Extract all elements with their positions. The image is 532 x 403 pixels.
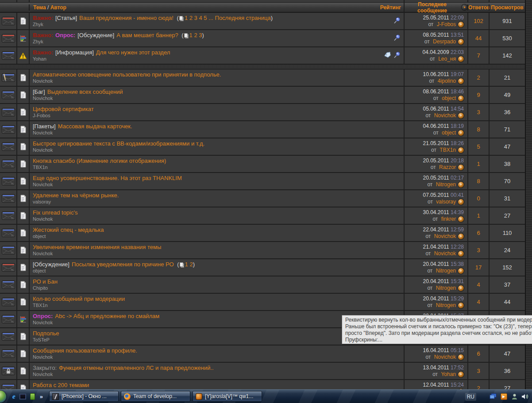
topic-title-link[interactable]: Увеличение времени изменения названия те…	[33, 244, 161, 250]
internet-explorer-icon[interactable]: e	[12, 393, 15, 400]
replies-count[interactable]: 4	[477, 281, 480, 288]
last-post-user-link[interactable]: Yohan	[441, 371, 456, 378]
header-topic-label[interactable]: Тема	[33, 4, 46, 11]
last-post-user-link[interactable]: Razzor	[439, 164, 456, 171]
header-views[interactable]: Просмотров	[489, 4, 525, 11]
topic-title-link[interactable]: РО и Бан	[33, 278, 58, 285]
volume-tray-icon[interactable]	[521, 393, 528, 400]
taskbar-button-firefox[interactable]: Team of develop...	[121, 391, 190, 402]
last-post-user-link[interactable]: Leo_ня	[438, 56, 456, 62]
last-post-user-link[interactable]: finkrer	[441, 216, 456, 223]
user-status-tray-icon[interactable]	[511, 393, 518, 400]
replies-count[interactable]: 4	[477, 299, 480, 305]
quick-launch-overflow-chevron[interactable]: »	[40, 393, 43, 400]
goto-last-post-icon[interactable]	[458, 251, 464, 257]
topic-title-link[interactable]: Еще одно усовершенствование. На этот раз…	[33, 175, 182, 181]
replies-count[interactable]: 8	[477, 178, 480, 184]
header-replies[interactable]: Ответов	[467, 4, 489, 11]
topic-title-link[interactable]: Функция отмены отправленного ЛС и пара п…	[59, 365, 214, 371]
topic-title-link[interactable]: Жестокий спец - медалька	[33, 226, 104, 233]
goto-last-post-icon[interactable]	[458, 147, 464, 153]
last-post-user-link[interactable]: valsoray	[436, 199, 456, 205]
replies-count[interactable]: 3	[477, 368, 480, 374]
replies-count[interactable]: 9	[477, 92, 480, 98]
topic-title-link[interactable]: Кол-во сообщений при модерации	[33, 296, 125, 302]
topic-title-link[interactable]: Посылка уведомления по причине РО	[72, 261, 174, 268]
goto-last-post-icon[interactable]	[458, 39, 464, 45]
replies-count[interactable]: 8	[477, 126, 480, 133]
sort-descending-icon[interactable]	[462, 4, 467, 10]
topic-title-link[interactable]: Fix unread topic's	[33, 209, 77, 216]
taskbar-button-messenger[interactable]: [Y]arosla[V]™ qw1...	[193, 391, 262, 402]
replies-count[interactable]: 1	[477, 212, 480, 219]
replies-count[interactable]: 17	[475, 264, 482, 271]
language-indicator[interactable]: RU	[465, 393, 476, 401]
goto-last-post-icon[interactable]	[458, 182, 464, 188]
replies-count[interactable]: 3	[477, 109, 480, 115]
last-post-user-link[interactable]: object	[442, 130, 456, 136]
goto-last-post-icon[interactable]	[458, 268, 464, 274]
goto-last-post-icon[interactable]	[458, 96, 464, 101]
topic-title-link[interactable]: Автоматическое оповещение пользователю п…	[33, 71, 221, 78]
header-topic-author[interactable]: Тема / Автор	[29, 4, 359, 11]
goto-last-post-icon[interactable]	[458, 199, 464, 205]
topic-title-link[interactable]: Для чего нужен этот раздел	[96, 49, 170, 56]
header-last-post[interactable]: Последнее сообщение	[404, 1, 467, 14]
goto-last-post-icon[interactable]	[458, 285, 464, 291]
last-post-user-link[interactable]: TBX1n	[439, 147, 456, 154]
topic-page-links[interactable]: 1 2 3	[189, 32, 202, 38]
goto-last-post-icon[interactable]	[458, 78, 464, 84]
topic-title-link[interactable]: Ваши предложения - именно сюда!	[79, 15, 173, 21]
last-post-user-link[interactable]: Nitrogen	[436, 302, 456, 309]
taskbar-button-phoenix[interactable]: [Phoenix] - Окно ...	[49, 391, 119, 402]
topic-title-link[interactable]: Кнопка спасибо (Изменение логики отображ…	[33, 157, 166, 164]
last-post-user-link[interactable]: Nitrogen	[436, 268, 456, 274]
start-button[interactable]	[0, 391, 6, 403]
topic-title-link[interactable]: Сообщения пользователей в профиле.	[33, 347, 137, 354]
goto-last-post-icon[interactable]	[458, 56, 464, 62]
topic-page-links[interactable]: 1 2 3 4 5 ... Последняя страница	[185, 15, 271, 21]
last-post-user-link[interactable]: Novichok	[434, 354, 456, 361]
last-post-user-link[interactable]: Novichok	[434, 112, 456, 119]
header-rating[interactable]: Рейтинг	[359, 4, 404, 11]
replies-count[interactable]: 2	[477, 74, 480, 81]
media-player-tray-icon[interactable]	[500, 393, 507, 400]
goto-last-post-icon[interactable]	[458, 22, 464, 27]
last-post-user-link[interactable]: J-Fobos	[437, 21, 456, 28]
topic-title-link[interactable]: Работа с 200 темами	[33, 382, 89, 388]
replies-count[interactable]: 1	[477, 161, 480, 167]
topic-title-link[interactable]: Массовая выдача карточек.	[58, 123, 132, 130]
display-settings-icon[interactable]	[19, 394, 26, 399]
goto-last-post-icon[interactable]	[458, 234, 464, 239]
topic-title-link[interactable]: Цифровой сертификат	[33, 106, 94, 112]
last-post-user-link[interactable]: 4ipolino	[438, 78, 456, 84]
topic-title-link[interactable]: Подполье	[33, 330, 59, 337]
goto-last-post-icon[interactable]	[458, 165, 464, 170]
goto-last-post-icon[interactable]	[458, 354, 464, 360]
replies-count[interactable]: 3	[477, 247, 480, 253]
topic-title-link[interactable]: Быстрое цитирование текста с BB-кодами/и…	[33, 140, 204, 147]
replies-count[interactable]: 6	[477, 350, 480, 357]
topic-title-link[interactable]: А вам мешает баннер?	[116, 32, 178, 38]
last-post-user-link[interactable]: Novichok	[434, 250, 456, 257]
goto-last-post-icon[interactable]	[458, 113, 464, 119]
replies-count[interactable]: 7	[477, 52, 480, 59]
header-author-label[interactable]: Автор	[50, 4, 66, 11]
last-post-user-link[interactable]: Nitrogen	[436, 285, 456, 292]
last-post-user-link[interactable]: Novichok	[434, 233, 456, 240]
replies-count[interactable]: 6	[477, 230, 480, 236]
replies-count[interactable]: 44	[475, 35, 482, 42]
goto-last-post-icon[interactable]	[458, 303, 464, 308]
topic-title-link[interactable]: Abc -> Абц и предложение по смайлам	[55, 313, 159, 319]
last-post-user-link[interactable]: Desrpado	[433, 38, 456, 45]
topic-title-link[interactable]: Удаление тем на чёрном рынке.	[33, 192, 119, 199]
goto-last-post-icon[interactable]	[458, 216, 464, 222]
goto-last-post-icon[interactable]	[458, 372, 464, 377]
last-post-user-link[interactable]: Nitrogen	[436, 181, 456, 188]
topic-page-links[interactable]: 1 2	[185, 261, 193, 268]
replies-count[interactable]: 0	[477, 195, 480, 202]
replies-count[interactable]: 5	[477, 143, 480, 150]
topic-title-link[interactable]: Выделение всех сообщений	[47, 88, 123, 95]
goto-last-post-icon[interactable]	[458, 130, 464, 136]
last-post-user-link[interactable]: object	[442, 95, 456, 102]
